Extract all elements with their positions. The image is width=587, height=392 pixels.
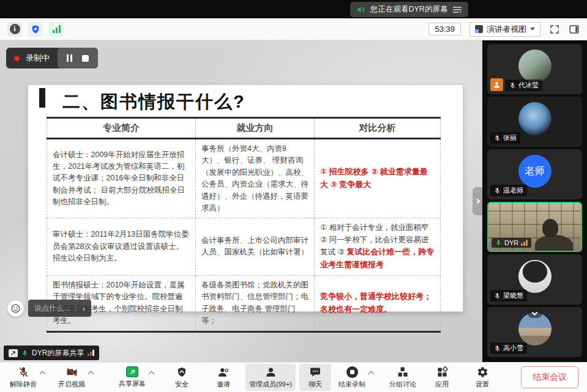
participant-name: 梁晓慧 (503, 291, 523, 300)
participant-tile[interactable]: 高小雪 (487, 307, 582, 357)
column-header: 专业简介 (47, 118, 196, 139)
participant-tile[interactable]: 张丽 (487, 97, 582, 147)
participant-name: 代冰莹 (518, 81, 539, 90)
banner-menu-icon[interactable] (452, 6, 462, 14)
recording-indicator: 录制中 (6, 48, 98, 68)
start-video-button[interactable]: 开启视频 (54, 364, 89, 391)
titlebar: 您正在观看DYR的屏幕 (0, 0, 587, 18)
avatar (518, 102, 551, 135)
presentation-slide: 二、图书情报干什么? 专业简介 就业方向 对比分析 会计硕士：2009年开始对应… (28, 84, 463, 312)
stop-recording-button[interactable] (82, 55, 89, 62)
view-mode-label: 演讲者视图 (487, 24, 526, 35)
chat-button[interactable]: 聊天 (299, 364, 331, 391)
mic-muted-icon (494, 345, 501, 352)
security-button[interactable]: 安全 (166, 364, 198, 391)
recording-dot-icon (13, 55, 20, 62)
speaker-icon (356, 5, 365, 14)
mic-muted-icon (494, 187, 501, 194)
invite-person-icon (217, 366, 230, 378)
view-mode-selector[interactable]: 演讲者视图 (469, 22, 540, 37)
apps-button[interactable]: 应用 (426, 364, 458, 391)
breakout-rooms-button[interactable]: 分组讨论 (386, 364, 420, 391)
end-recording-button[interactable]: 结束录制 (335, 364, 369, 391)
mic-muted-icon (494, 135, 501, 142)
meeting-info-icon[interactable]: i (7, 22, 22, 37)
avatar: 老师 (518, 155, 551, 188)
participant-name: 张丽 (503, 133, 517, 142)
share-options-chevron[interactable] (149, 371, 155, 377)
analysis-cell: ① 相对于会计专业，就业面稍窄 ② 同一学校下，比会计更容易进复试 ③ 复试比会… (315, 218, 441, 275)
participant-tile[interactable]: 梁晓慧 (487, 254, 582, 305)
table-row: 会计硕士：2009年开始对应届生开放招生，2021年考试改为管综和英语二，初试不… (47, 139, 441, 218)
host-role-badge (490, 78, 503, 91)
watching-screen-banner: 您正在观看DYR的屏幕 (350, 2, 468, 17)
jobs-cell: 各级各类图书馆；党政机关的图书资料部门、信息管理部门；电子政务、电子商务 管理部… (196, 275, 315, 331)
slide-decoration (39, 88, 45, 108)
scroll-down-icon[interactable] (528, 309, 542, 318)
share-status-label: DYR的屏幕共享 (32, 348, 84, 358)
share-screen-icon (126, 366, 138, 377)
manage-members-button[interactable]: 管理成员(99+) (245, 364, 296, 391)
column-header: 对比分析 (315, 118, 441, 139)
sidebar-layout-icon[interactable] (569, 24, 580, 35)
mic-muted-icon (509, 82, 516, 89)
end-meeting-button[interactable]: 结束会议 (521, 366, 578, 388)
jobs-cell: 会计事务所、上市公司内部审计人员、国家机关（比如审计署） (196, 218, 315, 275)
apps-grid-icon (436, 366, 448, 378)
layout-thumb-icon (475, 25, 483, 33)
emoji-icon[interactable] (7, 300, 24, 317)
members-icon (265, 366, 277, 378)
share-screen-button[interactable]: 共享屏幕 (115, 364, 149, 391)
intro-cell: 审计硕士：2011年2月13日国务院学位委员会第28次会议审议通过设置该硕士。招… (47, 218, 196, 275)
sidebar-expand-handle[interactable] (473, 187, 482, 215)
chevron-down-icon (530, 28, 535, 31)
participant-name: DYR (504, 239, 518, 246)
avatar (518, 50, 551, 83)
meeting-toolbar: i 53:39 演讲者视图 (0, 18, 587, 40)
fullscreen-icon[interactable] (549, 24, 560, 35)
collapse-chat-icon[interactable]: ‹ (83, 304, 85, 313)
slide-title: 二、图书情报干什么? (62, 90, 463, 114)
bottom-toolbar: 解除静音 开启视频 共享屏幕 安全 邀请 管理成员(99+) 聊天 (0, 362, 587, 392)
intro-cell: 会计硕士：2009年开始对应届生开放招生，2021年考试改为管综和英语二，初试不… (47, 139, 196, 218)
watching-screen-label: 您正在观看DYR的屏幕 (370, 4, 447, 15)
invite-button[interactable]: 邀请 (208, 364, 239, 391)
jobs-cell: 事务所（外资4大、内资8大）、银行、证券、 理财咨询（发展中的阳光职业）、高校、… (196, 139, 315, 218)
chat-input[interactable]: 说点什么... (34, 303, 70, 314)
mute-options-chevron[interactable] (40, 371, 46, 377)
recording-label: 录制中 (26, 53, 50, 64)
meeting-timer: 53:39 (428, 23, 461, 35)
mic-muted-icon (18, 366, 29, 378)
analysis-cell: ① 招生院校多 ② 就业需求量最大 ③ 竞争最大 (315, 139, 441, 218)
unmute-button[interactable]: 解除静音 (6, 364, 40, 391)
record-options-chevron[interactable] (368, 371, 375, 377)
participant-tile-active-speaker[interactable]: DYR (487, 202, 582, 252)
camera-off-icon (65, 366, 78, 378)
mic-on-icon (21, 349, 28, 357)
security-shield-icon (176, 366, 187, 378)
participant-name: 温老师 (503, 186, 523, 195)
video-options-chevron[interactable] (88, 371, 94, 377)
stop-record-icon (346, 366, 358, 378)
settings-button[interactable]: 设置 (466, 364, 498, 391)
participant-tile[interactable]: 代冰莹 (487, 44, 582, 94)
pause-recording-button[interactable] (67, 54, 72, 62)
shared-screen-area: 录制中 二、图书情报干什么? 专业简介 就业方向 对比分析 会计硕士：2009年… (0, 40, 482, 362)
share-signal-icon (88, 350, 94, 356)
avatar (518, 260, 551, 293)
network-signal-icon[interactable] (49, 22, 64, 37)
mic-muted-icon (494, 292, 501, 300)
analysis-cell: 竞争较小，普通学校比较好考；名校也有一定难度。 (315, 275, 441, 331)
column-header: 就业方向 (196, 118, 315, 139)
speaker-video (535, 235, 573, 252)
chat-bubble-icon (309, 366, 321, 378)
security-shield-icon[interactable] (28, 22, 43, 37)
participant-tile[interactable]: 老师 温老师 (487, 149, 582, 199)
participant-signal-icon (521, 240, 528, 246)
cast-icon (9, 349, 18, 357)
majors-comparison-table: 专业简介 就业方向 对比分析 会计硕士：2009年开始对应届生开放招生，2021… (47, 117, 441, 333)
participants-sidebar: 代冰莹 张丽 老师 温老师 DYR 梁晓慧 (482, 40, 587, 362)
participant-name: 高小雪 (503, 344, 523, 353)
mic-on-icon (495, 239, 502, 246)
gear-icon (477, 366, 488, 378)
